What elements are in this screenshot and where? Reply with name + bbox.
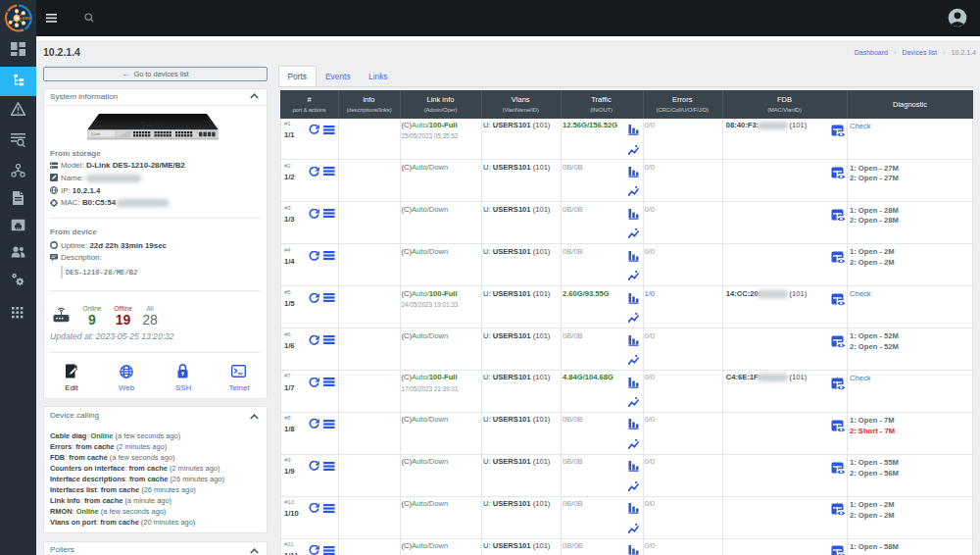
svg-text:D-Link: D-Link [91,132,101,136]
svg-text:D-Link: D-Link [141,120,166,128]
svg-text:DWG: DWG [23,17,31,21]
